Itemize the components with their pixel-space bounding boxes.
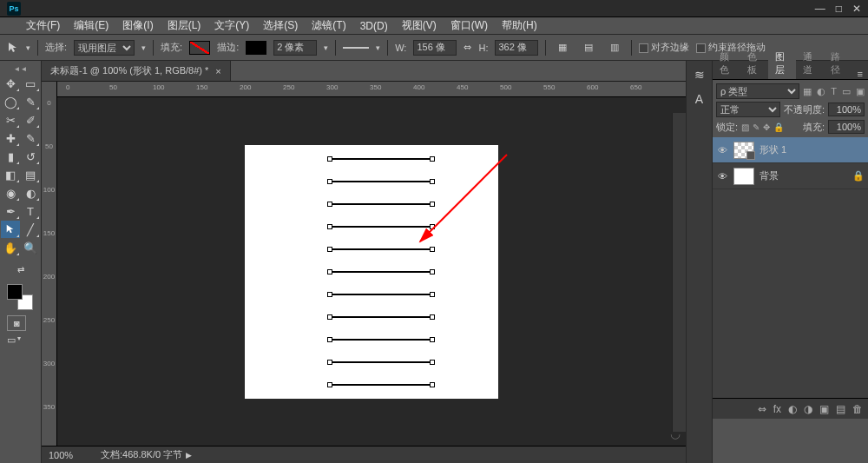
layer-name[interactable]: 背景 — [760, 169, 779, 182]
align-edges-checkbox[interactable] — [639, 43, 648, 53]
fill-swatch[interactable] — [189, 41, 210, 55]
eyedropper-tool[interactable]: ✐ — [21, 111, 40, 129]
menu-edit[interactable]: 编辑(E) — [74, 18, 108, 33]
document-tab-close[interactable]: × — [215, 66, 220, 76]
layer-item[interactable]: 👁 背景 🔒 — [713, 163, 868, 189]
tab-layers[interactable]: 图层 — [768, 48, 796, 79]
menu-view[interactable]: 视图(V) — [402, 18, 437, 33]
shape-line[interactable] — [330, 248, 432, 250]
stroke-swatch[interactable] — [246, 41, 266, 55]
tab-swatches[interactable]: 色板 — [740, 48, 768, 79]
layer-lock-icon[interactable]: 🔒 — [852, 170, 865, 182]
tab-channels[interactable]: 通道 — [796, 48, 824, 79]
menu-help[interactable]: 帮助(H) — [502, 18, 537, 33]
line-tool[interactable]: ╱ — [21, 221, 40, 238]
new-layer-icon[interactable]: ▤ — [836, 403, 845, 415]
shape-line[interactable] — [330, 271, 432, 273]
link-layers-icon[interactable]: ⇔ — [758, 403, 766, 415]
shape-line[interactable] — [330, 316, 432, 318]
shape-line[interactable] — [330, 384, 432, 386]
filter-smart-icon[interactable]: ▣ — [856, 86, 865, 97]
select-target[interactable]: 现用图层 — [74, 40, 135, 56]
width-field[interactable] — [413, 40, 457, 56]
marquee-tool[interactable]: ▭ — [21, 75, 40, 92]
status-menu-icon[interactable]: ▶ — [186, 451, 192, 460]
layer-fx-icon[interactable]: fx — [773, 403, 781, 415]
opacity-value[interactable]: 100% — [828, 103, 865, 116]
history-brush-tool[interactable]: ↺ — [21, 148, 40, 165]
link-wh-icon[interactable]: ⇔ — [464, 42, 471, 53]
layer-mask-icon[interactable]: ◐ — [788, 403, 797, 415]
path-ops-icon[interactable]: ▦ — [553, 38, 572, 57]
shape-line[interactable] — [330, 158, 432, 160]
quick-select-tool[interactable]: ✎ — [21, 93, 40, 110]
document-info[interactable]: 文档:468.8K/0 字节 — [101, 448, 182, 461]
filter-adjust-icon[interactable]: ◐ — [817, 86, 825, 97]
vertical-scrollbar[interactable] — [672, 113, 686, 432]
shape-line[interactable] — [330, 181, 432, 182]
dodge-tool[interactable]: ◐ — [21, 184, 40, 202]
stroke-width[interactable] — [273, 40, 317, 56]
height-field[interactable] — [495, 40, 538, 56]
layer-name[interactable]: 形状 1 — [760, 143, 786, 156]
shape-line[interactable] — [330, 294, 432, 295]
lock-all-icon[interactable]: 🔒 — [773, 122, 784, 132]
shape-line[interactable] — [330, 339, 432, 341]
path-selection-icon[interactable] — [7, 42, 19, 54]
vertical-ruler[interactable]: 0 50 100 150 200 250 300 350 — [42, 82, 57, 446]
foreground-background-colors[interactable] — [7, 284, 33, 310]
filter-pixel-icon[interactable]: ▦ — [803, 86, 812, 97]
quick-mask-toggle[interactable]: ◙ — [7, 315, 26, 331]
shape-line[interactable] — [330, 226, 432, 228]
canvas[interactable] — [245, 145, 498, 399]
menu-window[interactable]: 窗口(W) — [450, 18, 488, 33]
gradient-tool[interactable]: ▤ — [21, 166, 40, 183]
foreground-color[interactable] — [7, 284, 23, 300]
path-selection-tool[interactable] — [1, 221, 20, 238]
horizontal-ruler[interactable]: 0 50 100 150 200 250 300 350 400 450 500… — [57, 82, 686, 97]
move-tool[interactable]: ✥ — [1, 75, 20, 92]
path-align-icon[interactable]: ▤ — [579, 38, 598, 57]
history-panel-icon[interactable]: ≋ — [694, 68, 705, 82]
crop-tool[interactable]: ✂ — [1, 111, 20, 129]
menu-filter[interactable]: 滤镜(T) — [312, 18, 345, 33]
close-button[interactable]: ✕ — [852, 3, 861, 15]
canvas-viewport[interactable]: ◡ — [57, 97, 686, 446]
layer-visibility-icon[interactable]: 👁 — [716, 171, 728, 182]
delete-layer-icon[interactable]: 🗑 — [852, 403, 863, 415]
layer-item[interactable]: 👁 形状 1 — [713, 137, 868, 163]
layer-thumbnail[interactable] — [733, 142, 754, 159]
tab-color[interactable]: 颜色 — [713, 48, 740, 79]
fill-opacity-value[interactable]: 100% — [828, 120, 865, 134]
toolbox-collapse[interactable]: ◄◄ — [2, 64, 39, 73]
maximize-button[interactable]: □ — [836, 3, 842, 15]
shape-line[interactable] — [330, 361, 432, 363]
menu-3d[interactable]: 3D(D) — [360, 20, 388, 32]
hand-tool[interactable]: ✋ — [1, 239, 20, 256]
filter-shape-icon[interactable]: ▭ — [842, 86, 851, 97]
zoom-tool[interactable]: 🔍 — [21, 239, 40, 256]
menu-select[interactable]: 选择(S) — [263, 18, 298, 33]
stroke-style[interactable] — [343, 47, 369, 49]
pen-tool[interactable]: ✒ — [1, 202, 20, 220]
layer-thumbnail[interactable] — [733, 168, 754, 185]
minimize-button[interactable]: — — [815, 3, 825, 15]
document-tab[interactable]: 未标题-1 @ 100% (形状 1, RGB/8#) * × — [42, 61, 231, 81]
blend-mode[interactable]: 正常 — [716, 102, 780, 117]
lock-pixels-icon[interactable]: ✎ — [753, 122, 760, 132]
lock-position-icon[interactable]: ✥ — [763, 122, 770, 132]
blur-tool[interactable]: ◉ — [1, 184, 20, 202]
menu-layer[interactable]: 图层(L) — [168, 18, 201, 33]
shape-line[interactable] — [330, 203, 432, 205]
filter-type-icon[interactable]: T — [831, 86, 837, 97]
zoom-level[interactable]: 100% — [49, 450, 97, 460]
screen-mode[interactable]: ▭▾ — [7, 334, 21, 346]
layer-group-icon[interactable]: ▣ — [819, 403, 829, 415]
lasso-tool[interactable]: ◯ — [1, 93, 20, 110]
swap-colors-icon[interactable]: ⇄ — [11, 261, 30, 278]
eraser-tool[interactable]: ◧ — [1, 166, 20, 183]
panel-menu-icon[interactable]: ≡ — [852, 69, 868, 79]
menu-image[interactable]: 图像(I) — [122, 18, 153, 33]
constrain-path-checkbox[interactable] — [696, 43, 706, 53]
path-arrange-icon[interactable]: ▥ — [605, 38, 624, 57]
